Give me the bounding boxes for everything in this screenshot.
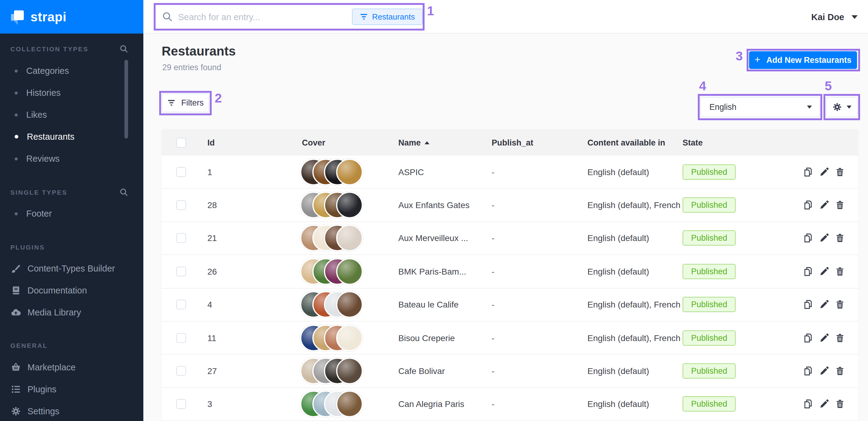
delete-button[interactable] [835,300,845,310]
edit-button[interactable] [819,366,829,376]
duplicate-button[interactable] [803,300,813,310]
locale-select[interactable]: English [700,97,820,117]
sidebar-item-media-library[interactable]: Media Library [0,303,143,322]
row-name: Aux Merveilleux ... [398,233,468,243]
bullet-icon [14,91,18,94]
duplicate-button[interactable] [803,333,813,342]
row-cover-thumbnails [300,391,365,418]
single-types-search-icon[interactable] [120,188,128,197]
row-checkbox[interactable] [176,233,186,243]
plus-icon: + [754,54,760,65]
row-content-available-in: English (default), French [587,200,680,210]
row-content-available-in: English (default), French [587,300,680,310]
row-checkbox[interactable] [176,366,186,376]
edit-button[interactable] [819,333,829,342]
row-checkbox[interactable] [176,300,186,310]
table-row[interactable]: 28 Aux Enfants Gates - English (default)… [162,189,858,222]
column-header-id[interactable]: Id [207,138,215,147]
annotation-number-1: 1 [427,4,434,18]
funnel-icon [167,99,176,107]
delete-button[interactable] [835,200,845,210]
row-checkbox[interactable] [176,200,186,210]
edit-button[interactable] [819,267,829,276]
sidebar-scrollbar[interactable] [124,60,128,139]
row-cover-thumbnails [300,258,365,285]
collection-types-search-icon[interactable] [120,44,128,53]
strapi-logo[interactable]: strapi [0,0,143,34]
row-checkbox[interactable] [176,267,186,276]
sidebar-item-histories[interactable]: Histories [0,84,143,102]
delete-button[interactable] [835,267,845,276]
row-name: Bateau le Calife [398,300,459,310]
row-publish-at: - [492,233,494,243]
section-label-collection-types: COLLECTION TYPES [10,45,88,53]
column-header-name[interactable]: Name [398,138,429,147]
sidebar-item-plugins[interactable]: Plugins [0,380,143,398]
sidebar-item-reviews[interactable]: Reviews [0,149,143,168]
sidebar-item-marketplace[interactable]: Marketplace [0,358,143,377]
table-row[interactable]: 3 Can Alegria Paris - English (default) … [162,388,858,421]
section-label-general: GENERAL [10,342,48,349]
column-header-cover[interactable]: Cover [302,138,326,147]
table-row[interactable]: 4 Bateau le Calife - English (default), … [162,288,858,322]
delete-button[interactable] [835,399,845,409]
row-content-available-in: English (default) [587,366,649,376]
annotation-number-2: 2 [215,91,222,106]
delete-button[interactable] [835,366,845,376]
row-checkbox[interactable] [176,399,186,409]
display-settings-button[interactable] [826,97,858,117]
row-actions [803,333,845,342]
sidebar-item-categories[interactable]: Categories [0,62,143,80]
table-row[interactable]: 11 Bisou Creperie - English (default), F… [162,322,858,355]
column-header-content-available-in[interactable]: Content available in [587,138,665,147]
cover-photo [336,291,363,318]
table-body: 1 ASPIC - English (default) Published 28… [162,156,858,421]
duplicate-button[interactable] [803,167,813,177]
duplicate-button[interactable] [803,233,813,243]
duplicate-button[interactable] [803,366,813,376]
row-cover-thumbnails [300,324,365,351]
duplicate-button[interactable] [803,200,813,210]
user-menu[interactable]: Kai Doe [811,0,858,34]
filters-button[interactable]: Filters [162,93,209,112]
edit-button[interactable] [819,200,829,210]
delete-button[interactable] [835,167,845,177]
table-row[interactable]: 21 Aux Merveilleux ... - English (defaul… [162,222,858,255]
row-checkbox[interactable] [176,167,186,177]
sidebar-item-documentation[interactable]: Documentation [0,281,143,300]
sidebar-item-restaurants[interactable]: Restaurants [0,127,143,146]
select-all-checkbox[interactable] [176,138,186,147]
entry-search-input[interactable] [178,8,343,25]
delete-button[interactable] [835,333,845,342]
duplicate-button[interactable] [803,267,813,276]
column-header-publish-at[interactable]: Publish_at [492,138,533,147]
list-icon [11,384,21,394]
sidebar-item-settings[interactable]: Settings [0,402,143,420]
delete-button[interactable] [835,233,845,243]
status-badge: Published [683,330,736,345]
edit-button[interactable] [819,300,829,310]
search-filter-chip[interactable]: Restaurants [352,8,423,25]
entries-count: 29 entries found [162,63,221,72]
table-row[interactable]: 26 BMK Paris-Bam... - English (default) … [162,255,858,288]
edit-button[interactable] [819,233,829,243]
duplicate-button[interactable] [803,399,813,409]
row-publish-at: - [492,200,494,210]
sidebar-item-content-types-builder[interactable]: Content-Types Builder [0,259,143,278]
row-id: 28 [207,200,217,210]
column-header-state[interactable]: State [683,138,703,147]
sidebar-item-likes[interactable]: Likes [0,106,143,124]
table-row[interactable]: 1 ASPIC - English (default) Published [162,156,858,189]
edit-button[interactable] [819,399,829,409]
table-header: Id Cover Name Publish_at Content availab… [162,129,858,156]
add-new-restaurants-button[interactable]: + Add New Restaurants [749,51,857,69]
cover-photo [336,158,363,185]
row-id: 4 [207,300,212,310]
row-id: 27 [207,366,217,376]
table-row[interactable]: 27 Cafe Bolivar - English (default) Publ… [162,355,858,388]
row-publish-at: - [492,167,494,177]
sidebar-item-footer[interactable]: Footer [0,204,143,223]
row-checkbox[interactable] [176,333,186,342]
annotation-number-3: 3 [736,49,743,63]
edit-button[interactable] [819,167,829,177]
